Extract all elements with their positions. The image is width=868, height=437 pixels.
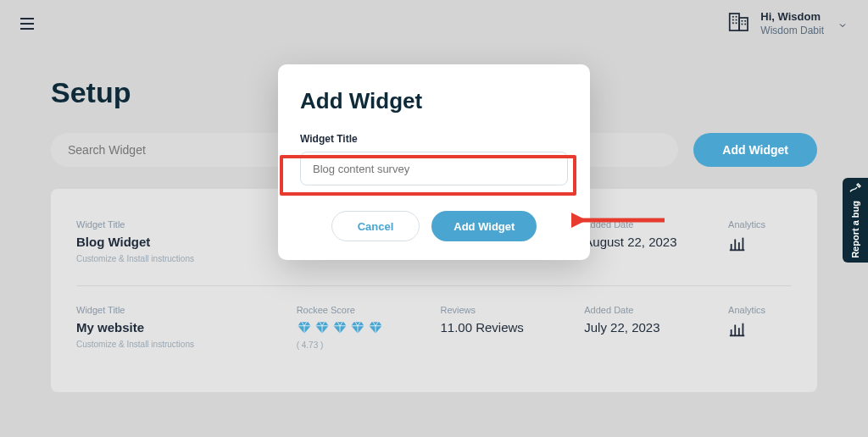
cell-title: Widget Title My website Customize & Inst… <box>76 305 280 349</box>
modal-title: Add Widget <box>300 88 568 114</box>
label: Analytics <box>728 305 792 315</box>
widget-title[interactable]: Blog Widget <box>76 235 280 249</box>
user-menu[interactable]: Hi, Wisdom Wisdom Dabit <box>726 9 848 38</box>
menu-icon[interactable] <box>20 14 41 33</box>
field-label: Widget Title <box>300 133 568 145</box>
svg-rect-0 <box>730 14 739 30</box>
label: Added Date <box>584 219 711 230</box>
user-text: Hi, Wisdom Wisdom Dabit <box>760 10 824 37</box>
cell-score: Rockee Score ( 4.73 ) <box>297 305 424 350</box>
diamond-icon <box>350 320 365 335</box>
label: Rockee Score <box>297 305 424 315</box>
analytics-icon[interactable] <box>728 241 747 256</box>
svg-rect-1 <box>739 18 748 30</box>
label: Analytics <box>728 219 792 230</box>
widget-date: July 22, 2023 <box>584 320 711 335</box>
cell-title: Widget Title Blog Widget Customize & Ins… <box>76 219 280 263</box>
widget-sub[interactable]: Customize & Install instructions <box>76 340 280 349</box>
cell-reviews: Reviews 11.00 Reviews <box>440 305 567 335</box>
cell-analytics: Analytics <box>728 219 792 257</box>
analytics-icon[interactable] <box>728 327 747 341</box>
widget-title-input[interactable] <box>300 152 568 185</box>
diamond-icon <box>297 320 312 335</box>
table-row: Widget Title My website Customize & Inst… <box>76 285 792 372</box>
chevron-down-icon <box>837 19 848 29</box>
user-greeting: Hi, Wisdom <box>760 10 824 25</box>
label: Widget Title <box>76 305 280 315</box>
label: Added Date <box>584 305 711 315</box>
score-number: ( 4.73 ) <box>297 340 424 350</box>
cell-analytics: Analytics <box>728 305 792 342</box>
add-widget-modal: Add Widget Widget Title Cancel Add Widge… <box>278 64 590 260</box>
diamond-rating <box>297 320 424 335</box>
widget-sub[interactable]: Customize & Install instructions <box>76 254 280 263</box>
add-widget-button[interactable]: Add Widget <box>693 133 817 167</box>
building-icon <box>726 9 752 38</box>
label: Reviews <box>440 305 567 315</box>
pencil-icon <box>849 182 862 196</box>
modal-actions: Cancel Add Widget <box>300 211 568 241</box>
label: Widget Title <box>76 219 280 230</box>
report-bug-tab[interactable]: Report a bug <box>843 178 868 263</box>
widget-title[interactable]: My website <box>76 320 280 335</box>
top-bar: Hi, Wisdom Wisdom Dabit <box>0 0 868 47</box>
modal-add-widget-button[interactable]: Add Widget <box>431 211 537 241</box>
user-name: Wisdom Dabit <box>760 25 824 38</box>
widget-date: August 22, 2023 <box>584 235 711 249</box>
widget-reviews: 11.00 Reviews <box>440 320 567 335</box>
diamond-icon <box>314 320 330 335</box>
cell-date: Added Date July 22, 2023 <box>584 305 711 335</box>
cancel-button[interactable]: Cancel <box>331 211 420 241</box>
cell-date: Added Date August 22, 2023 <box>584 219 711 249</box>
diamond-icon <box>368 320 383 335</box>
diamond-icon <box>332 320 348 335</box>
report-bug-label: Report a bug <box>850 201 860 258</box>
